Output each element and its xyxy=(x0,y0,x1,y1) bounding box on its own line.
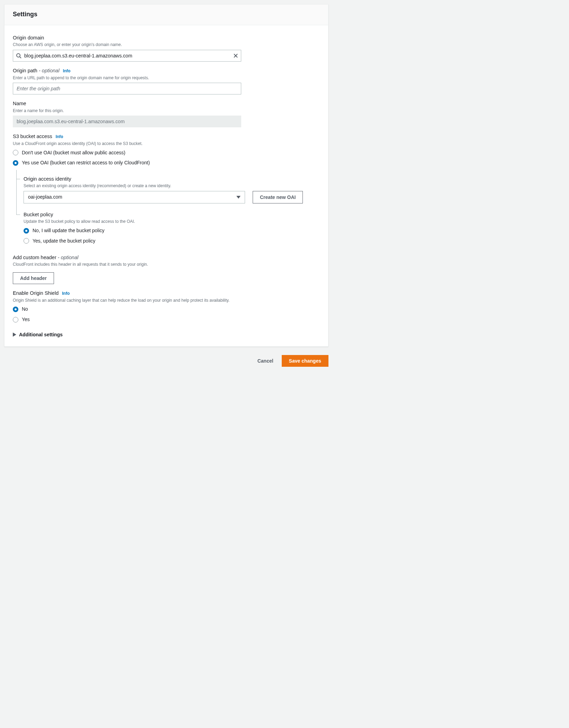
name-label: Name xyxy=(13,100,320,107)
create-oai-button[interactable]: Create new OAI xyxy=(253,191,303,203)
s3-access-info-link[interactable]: Info xyxy=(56,134,63,139)
card-header: Settings xyxy=(4,4,328,25)
add-header-button[interactable]: Add header xyxy=(13,272,54,284)
bucket-policy-label: Bucket policy xyxy=(24,211,320,218)
origin-domain-field: Origin domain Choose an AWS origin, or e… xyxy=(13,34,320,62)
save-button[interactable]: Save changes xyxy=(282,355,328,367)
bucket-policy-option-no[interactable]: No, I will update the bucket policy xyxy=(24,227,320,234)
origin-shield-label: Enable Origin Shield Info xyxy=(13,290,320,297)
oai-help: Select an existing origin access identit… xyxy=(24,183,320,189)
origin-shield-help: Origin Shield is an additional caching l… xyxy=(13,298,320,303)
origin-shield-option-no[interactable]: No xyxy=(13,306,320,313)
triangle-right-icon xyxy=(13,333,16,337)
cancel-button[interactable]: Cancel xyxy=(254,356,277,366)
oai-field: Origin access identity Select an existin… xyxy=(24,175,320,203)
svg-line-1 xyxy=(20,57,21,58)
radio-icon xyxy=(24,228,29,234)
radio-icon xyxy=(24,238,29,244)
radio-icon xyxy=(13,150,18,155)
origin-domain-input-wrap[interactable] xyxy=(13,50,241,62)
search-icon xyxy=(16,53,21,58)
custom-header-field: Add custom header - optional CloudFront … xyxy=(13,254,320,284)
origin-shield-option-no-label: No xyxy=(22,306,28,313)
footer-actions: Cancel Save changes xyxy=(4,355,328,367)
name-field: Name Enter a name for this origin. xyxy=(13,100,320,127)
origin-path-optional: - optional xyxy=(39,68,60,73)
bucket-policy-option-no-label: No, I will update the bucket policy xyxy=(33,227,105,234)
origin-path-input[interactable] xyxy=(13,83,241,94)
origin-shield-option-yes[interactable]: Yes xyxy=(13,316,320,323)
origin-shield-option-yes-label: Yes xyxy=(22,316,30,323)
s3-access-help: Use a CloudFront origin access identity … xyxy=(13,141,320,147)
custom-header-label-text: Add custom header xyxy=(13,255,56,260)
s3-access-label-text: S3 bucket access xyxy=(13,134,52,139)
card-body: Origin domain Choose an AWS origin, or e… xyxy=(4,25,328,346)
additional-settings-label: Additional settings xyxy=(19,331,63,338)
origin-path-label-text: Origin path xyxy=(13,68,37,73)
s3-access-field: S3 bucket access Info Use a CloudFront o… xyxy=(13,133,320,244)
bucket-policy-option-yes[interactable]: Yes, update the bucket policy xyxy=(24,238,320,245)
radio-icon xyxy=(13,307,18,312)
bucket-policy-radio-group: No, I will update the bucket policy Yes,… xyxy=(24,227,320,244)
radio-icon xyxy=(13,160,18,166)
custom-header-help: CloudFront includes this header in all r… xyxy=(13,262,320,267)
origin-path-help: Enter a URL path to append to the origin… xyxy=(13,75,320,81)
caret-down-icon xyxy=(236,195,241,199)
radio-icon xyxy=(13,317,18,322)
origin-shield-radio-group: No Yes xyxy=(13,306,320,323)
bucket-policy-option-yes-label: Yes, update the bucket policy xyxy=(33,238,96,245)
origin-shield-field: Enable Origin Shield Info Origin Shield … xyxy=(13,290,320,323)
oai-select[interactable]: oai-joeplaa.com xyxy=(24,191,245,203)
oai-label: Origin access identity xyxy=(24,175,320,182)
origin-shield-label-text: Enable Origin Shield xyxy=(13,290,58,296)
settings-card: Settings Origin domain Choose an AWS ori… xyxy=(4,4,328,347)
origin-domain-help: Choose an AWS origin, or enter your orig… xyxy=(13,42,320,48)
bucket-policy-help: Update the S3 bucket policy to allow rea… xyxy=(24,219,320,225)
name-input[interactable] xyxy=(13,116,241,127)
origin-shield-info-link[interactable]: Info xyxy=(62,291,70,296)
svg-marker-5 xyxy=(13,333,16,337)
additional-settings-toggle[interactable]: Additional settings xyxy=(13,331,320,338)
custom-header-label: Add custom header - optional xyxy=(13,254,320,261)
origin-path-info-link[interactable]: Info xyxy=(63,69,71,73)
svg-point-0 xyxy=(17,54,20,57)
name-help: Enter a name for this origin. xyxy=(13,108,320,114)
origin-domain-label: Origin domain xyxy=(13,34,320,41)
origin-domain-input[interactable] xyxy=(13,50,241,61)
s3-access-option-yes-oai[interactable]: Yes use OAI (bucket can restrict access … xyxy=(13,160,320,166)
s3-access-option-yes-oai-label: Yes use OAI (bucket can restrict access … xyxy=(22,160,150,166)
clear-icon[interactable] xyxy=(233,53,238,58)
s3-access-nested: Origin access identity Select an existin… xyxy=(16,170,320,244)
s3-access-option-no-oai[interactable]: Don't use OAI (bucket must allow public … xyxy=(13,149,320,156)
svg-marker-4 xyxy=(236,196,241,199)
s3-access-option-no-oai-label: Don't use OAI (bucket must allow public … xyxy=(22,149,125,156)
s3-access-label: S3 bucket access Info xyxy=(13,133,320,140)
s3-access-radio-group: Don't use OAI (bucket must allow public … xyxy=(13,149,320,166)
oai-select-value: oai-joeplaa.com xyxy=(28,194,62,201)
custom-header-optional: - optional xyxy=(58,255,79,260)
page-title: Settings xyxy=(13,10,320,19)
bucket-policy-field: Bucket policy Update the S3 bucket polic… xyxy=(24,211,320,244)
origin-path-field: Origin path - optional Info Enter a URL … xyxy=(13,67,320,94)
origin-path-label: Origin path - optional Info xyxy=(13,67,320,74)
